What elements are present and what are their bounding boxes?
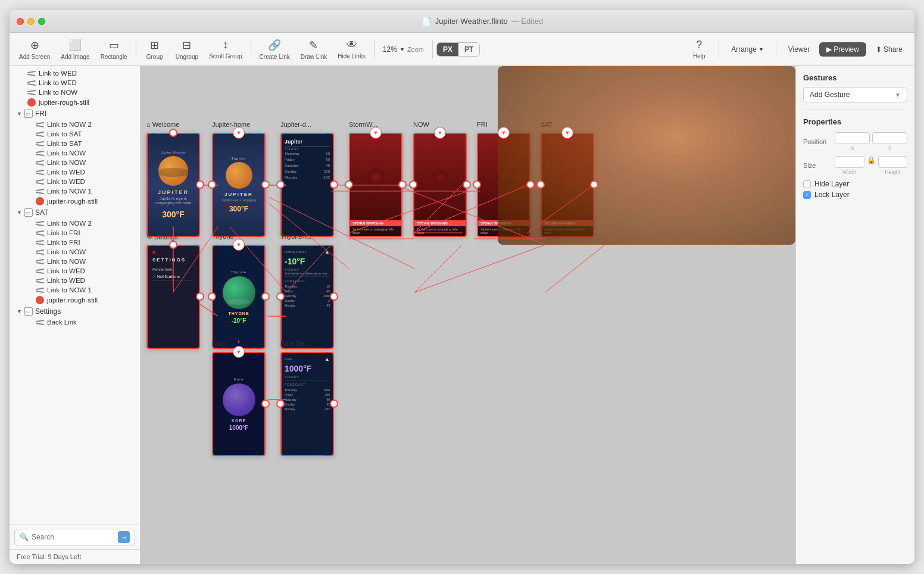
share-label: Share	[884, 45, 903, 54]
sidebar-item-link-fri-2[interactable]: Link to FRI	[10, 238, 140, 247]
svg-line-24	[545, 245, 605, 292]
sidebar-item-link-now2[interactable]: Link to NOW 2	[10, 120, 140, 129]
arrange-button[interactable]: Arrange ▼	[724, 42, 771, 57]
sidebar-group-settings[interactable]: ▼ ▭ Settings	[10, 305, 140, 317]
gestures-title: Gestures	[803, 73, 907, 82]
draw-link-button[interactable]: ✎ Draw Link	[296, 36, 332, 63]
hide-layer-checkbox[interactable]	[803, 180, 811, 188]
zoom-control[interactable]: 12% ▼ Zoom	[378, 43, 429, 56]
lock-layer-checkbox[interactable]: ✓	[803, 191, 811, 199]
sidebar-item-link-now-1[interactable]: Link to NOW	[10, 88, 140, 97]
sidebar-item-link-now-sat-1[interactable]: Link to NOW	[10, 247, 140, 257]
properties-title: Properties	[803, 117, 907, 126]
share-icon: ⬆	[876, 45, 882, 54]
search-input[interactable]	[32, 533, 115, 541]
add-screen-button[interactable]: ⊕ Add Screen	[14, 36, 55, 63]
add-screen-label: Add Screen	[19, 54, 50, 60]
sidebar-group-sat[interactable]: ▼ ▭ SAT	[10, 207, 140, 219]
lock-layer-row[interactable]: ✓ Lock Layer	[803, 191, 907, 199]
sidebar-item-link-fri-1[interactable]: Link to FRI	[10, 228, 140, 238]
link-icon	[36, 132, 44, 136]
close-button[interactable]	[17, 18, 24, 25]
sidebar-item-link-wed-sat-1[interactable]: Link to WED	[10, 266, 140, 276]
conn-dot-jh-left	[208, 180, 216, 189]
sidebar-item-link-now2-sat[interactable]: Link to NOW 2	[10, 219, 140, 228]
sidebar-item-link-now-fri-1[interactable]: Link to NOW	[10, 148, 140, 158]
add-image-label: Add Image	[61, 54, 89, 60]
toolbar-divider-1	[136, 40, 136, 58]
position-y-input[interactable]	[872, 132, 907, 144]
link-icon	[36, 240, 44, 245]
sidebar-item-jupiter-still-1[interactable]: jupiter-rough-still	[10, 97, 140, 108]
sidebar-item-link-sat-1[interactable]: Link to SAT	[10, 129, 140, 139]
group-icon: ⊞	[150, 39, 159, 52]
conn-dot-thyonef-left	[276, 292, 285, 301]
size-label: Size	[803, 162, 830, 169]
sidebar-item-link-wed-fri-1[interactable]: Link to WED	[10, 167, 140, 177]
screen-card-welcome[interactable]: Jupiter Weather JUPITER Jupiter's eye is…	[146, 133, 200, 237]
sidebar-item-link-wed-fri-2[interactable]: Link to WED	[10, 177, 140, 186]
sidebar-item-link-wed-sat-2[interactable]: Link to WED	[10, 276, 140, 285]
group-frame-icon: ▭	[24, 208, 33, 217]
sidebar-item-label: Link to WED	[47, 277, 135, 284]
sidebar-item-jupiter-still-sat[interactable]: jupiter-rough-still	[10, 295, 140, 305]
position-x-input[interactable]	[835, 132, 870, 144]
pt-unit-button[interactable]: PT	[458, 43, 479, 56]
scroll-group-icon: ↕	[223, 39, 228, 51]
add-image-button[interactable]: ⬜ Add Image	[56, 36, 94, 63]
screen-card-kore-det[interactable]: Kore ▲ 1000°F TODAY FORECAST Thursday100…	[280, 352, 334, 456]
hide-links-button[interactable]: 👁 Hide Links	[333, 36, 370, 62]
scroll-group-button[interactable]: ↕ Scroll Group	[204, 36, 247, 62]
sidebar-item-back-link[interactable]: Back Link	[10, 317, 140, 327]
screen-card-now[interactable]: STORM WARNING Jupiter's eye is rampaging…	[413, 133, 467, 237]
size-width-input[interactable]	[835, 156, 864, 168]
storm-visual	[350, 134, 401, 220]
sidebar-item-jupiter-still-fri[interactable]: jupiter-rough-still	[10, 196, 140, 207]
preview-button[interactable]: ▶ Preview	[819, 42, 866, 57]
sidebar-item-link-now-fri-2[interactable]: Link to NOW	[10, 158, 140, 167]
sidebar-item-link-sat-2[interactable]: Link to SAT	[10, 139, 140, 148]
search-action-button[interactable]: ⇢	[118, 531, 130, 543]
lock-icon[interactable]: 🔒	[867, 156, 876, 175]
screen-card-kore[interactable]: Kore KORE 1000°F	[212, 352, 266, 456]
screen-card-settings[interactable]: SETTINGS Fahrenheit Notifications	[146, 245, 200, 349]
group-button[interactable]: ⊞ Group	[140, 36, 170, 63]
sidebar-group-fri[interactable]: ▼ ▭ FRI	[10, 108, 140, 120]
screen-card-thyone-f[interactable]: Rolling Plan F. ▲ -10°F TODAY Your home …	[280, 245, 334, 349]
screen-card-jupiter-d[interactable]: Jupiter TODAY Thursday90 Friday60 Saturd…	[280, 133, 334, 237]
create-link-button[interactable]: 🔗 Create Link	[255, 36, 295, 63]
minimize-button[interactable]	[27, 18, 35, 25]
welcome-icon: ⌂	[146, 121, 151, 128]
height-input-wrap: Height	[878, 156, 908, 175]
help-button[interactable]: ? Help	[684, 36, 714, 62]
viewer-button[interactable]: Viewer	[781, 42, 817, 57]
canvas-area[interactable]: ⌂ Welcome Jupiter Weather JUPITER Jupite…	[141, 66, 795, 564]
sidebar-item-link-wed-2[interactable]: Link to WED	[10, 78, 140, 88]
group-fri-label: FRI	[35, 110, 46, 118]
screen-label-now: NOW	[413, 121, 429, 128]
screen-card-jupiter-home[interactable]: Jupiter JUPITER Jupiter's eye is rampagi…	[212, 133, 266, 237]
conn-dot-settings-top	[169, 241, 177, 249]
hide-layer-row[interactable]: Hide Layer	[803, 180, 907, 188]
size-height-input[interactable]	[878, 156, 908, 168]
position-label: Position	[803, 138, 830, 145]
sidebar-item-link-wed-1[interactable]: Link to WED	[10, 68, 140, 78]
screen-card-thyone[interactable]: Thyone THYONE -10°F	[212, 245, 266, 349]
conn-dot-now-right	[463, 180, 471, 189]
sidebar-item-link-now-sat-2[interactable]: Link to NOW	[10, 257, 140, 266]
px-unit-button[interactable]: PX	[437, 43, 458, 56]
add-gesture-button[interactable]: Add Gesture ▼	[803, 87, 907, 102]
sidebar-item-label: Link to NOW 1	[47, 286, 135, 294]
sidebar-item-link-now1-fri[interactable]: Link to NOW 1	[10, 186, 140, 196]
conn-dot-kore-right	[261, 400, 270, 408]
welcome-label-text: Welcome	[152, 121, 180, 128]
screen-card-stormw[interactable]: STORM WARNING Jupiter's eye is rampaging…	[349, 133, 402, 237]
sidebar-item-label: Link to SAT	[47, 140, 135, 147]
maximize-button[interactable]	[38, 18, 45, 25]
chevron-down-icon: ▼	[895, 92, 901, 98]
share-button[interactable]: ⬆ Share	[869, 42, 910, 57]
rectangle-button[interactable]: ▭ Rectangle	[96, 36, 132, 63]
help-icon: ?	[696, 39, 702, 51]
ungroup-button[interactable]: ⊟ Ungroup	[171, 36, 203, 63]
sidebar-item-link-now1-sat[interactable]: Link to NOW 1	[10, 285, 140, 295]
